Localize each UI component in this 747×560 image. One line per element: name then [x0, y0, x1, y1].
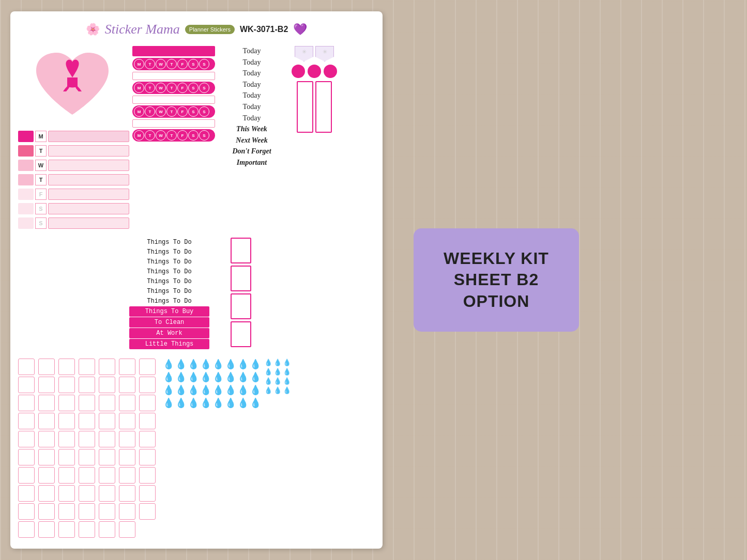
- today-1: Today: [218, 46, 285, 56]
- cb: [139, 395, 156, 411]
- cb: [58, 485, 75, 502]
- dotw-s1a: S: [188, 59, 199, 69]
- this-week: This Week: [218, 124, 285, 134]
- cb: [58, 467, 75, 484]
- cb: [18, 359, 35, 375]
- cb: [18, 395, 35, 411]
- drop-icon: 💧: [200, 359, 211, 370]
- cb: [38, 377, 55, 393]
- drop-icon: 💧: [175, 384, 187, 396]
- drop-icon: 💧: [200, 397, 211, 409]
- day-row-t: T: [18, 144, 129, 158]
- dotw-f1: F: [177, 59, 188, 69]
- dotw-th2: T: [166, 83, 177, 93]
- drop-icon: 💧: [225, 371, 236, 383]
- small-drop-row-2: 💧 💧 💧: [264, 368, 291, 376]
- drop-icon: 💧: [212, 359, 224, 370]
- cb: [18, 377, 35, 393]
- day-label-s2: S: [35, 217, 47, 229]
- drop-icon: 💧: [237, 359, 249, 370]
- cb: [99, 467, 115, 484]
- dotw-w1: W: [156, 59, 166, 69]
- dotw-t2: T: [145, 83, 155, 93]
- things-buy: Things To Buy: [129, 306, 209, 317]
- cb: [58, 377, 75, 393]
- cb: [99, 503, 115, 520]
- drop-icon: 💧: [188, 397, 199, 409]
- drop-row-4: 💧 💧 💧 💧 💧 💧 💧 💧: [163, 397, 261, 409]
- banner-1: ✳: [295, 46, 313, 61]
- small-drop-icon: 💧: [264, 377, 272, 385]
- cb: [79, 503, 95, 520]
- drop-icon: 💧: [225, 384, 236, 396]
- small-drop-icon: 💧: [264, 359, 272, 366]
- pink-header-1: [132, 46, 215, 56]
- day-row-w: W: [18, 158, 129, 173]
- dotw-t1: T: [145, 59, 155, 69]
- small-rect-4: [231, 321, 251, 347]
- cb: [119, 359, 135, 375]
- checkbox-grid: [18, 359, 158, 538]
- cb: [38, 413, 55, 429]
- small-drops: 💧 💧 💧 💧 💧 💧 💧 💧 💧 💧 💧 💧: [264, 359, 291, 538]
- label-line1: WEEKLY KIT: [444, 248, 549, 270]
- drop-row-1: 💧 💧 💧 💧 💧 💧 💧 💧: [163, 359, 261, 370]
- cb: [38, 521, 55, 538]
- things-4: Things To Do: [129, 267, 209, 276]
- today-5: Today: [218, 90, 285, 101]
- cb: [18, 485, 35, 502]
- drop-row-2: 💧 💧 💧 💧 💧 💧 💧 💧: [163, 371, 261, 383]
- dotw-s2a: S: [188, 83, 199, 93]
- sticker-sheet: 🌸 Sticker Mama Planner Stickers WK-3071-…: [10, 11, 383, 549]
- circle-1: [292, 65, 305, 78]
- cb: [139, 485, 156, 502]
- at-work: At Work: [129, 328, 209, 338]
- dotw-s1b: S: [199, 59, 209, 69]
- small-drop-row-4: 💧 💧 💧: [264, 386, 291, 394]
- dotw-f4: F: [177, 130, 188, 141]
- dotw-s3b: S: [199, 106, 209, 117]
- cb: [119, 485, 135, 502]
- dotw-f2: F: [177, 83, 188, 93]
- cb: [58, 413, 75, 429]
- cb: [99, 431, 115, 447]
- cb: [38, 467, 55, 484]
- cb: [79, 431, 95, 447]
- today-4: Today: [218, 80, 285, 90]
- small-drop-icon: 💧: [273, 377, 282, 385]
- today-6: Today: [218, 102, 285, 112]
- cb: [139, 431, 156, 447]
- cb: [119, 431, 135, 447]
- dotw-row-3: M T W T F S S: [132, 105, 215, 118]
- small-drop-icon: 💧: [283, 359, 291, 366]
- small-drop-row-1: 💧 💧 💧: [264, 359, 291, 366]
- cb: [38, 503, 55, 520]
- cb: [139, 467, 156, 484]
- day-label-t: T: [35, 145, 47, 157]
- cb: [139, 359, 156, 375]
- drop-row-3: 💧 💧 💧 💧 💧 💧 💧 💧: [163, 384, 261, 396]
- cb: [99, 377, 115, 393]
- cb: [58, 431, 75, 447]
- dotw-th1: T: [166, 59, 177, 69]
- drop-icon: 💧: [163, 384, 174, 396]
- cb: [139, 503, 156, 520]
- cb: [119, 395, 135, 411]
- drop-icon: 💧: [225, 397, 236, 409]
- things-3: Things To Do: [129, 257, 209, 267]
- cb: [99, 449, 115, 465]
- cb: [99, 359, 115, 375]
- cb: [99, 395, 115, 411]
- today-2: Today: [218, 57, 285, 68]
- cb: [79, 521, 95, 538]
- dotw-row-2: M T W T F S S: [132, 82, 215, 94]
- drop-icon: 💧: [163, 359, 174, 370]
- dont-forget: Don't Forget: [218, 146, 285, 157]
- cb: [58, 503, 75, 520]
- dotw-s3a: S: [188, 106, 199, 117]
- cb: [119, 449, 135, 465]
- cb: [119, 413, 135, 429]
- drop-icon: 💧: [175, 359, 187, 370]
- to-clean: To Clean: [129, 317, 209, 328]
- cb: [79, 449, 95, 465]
